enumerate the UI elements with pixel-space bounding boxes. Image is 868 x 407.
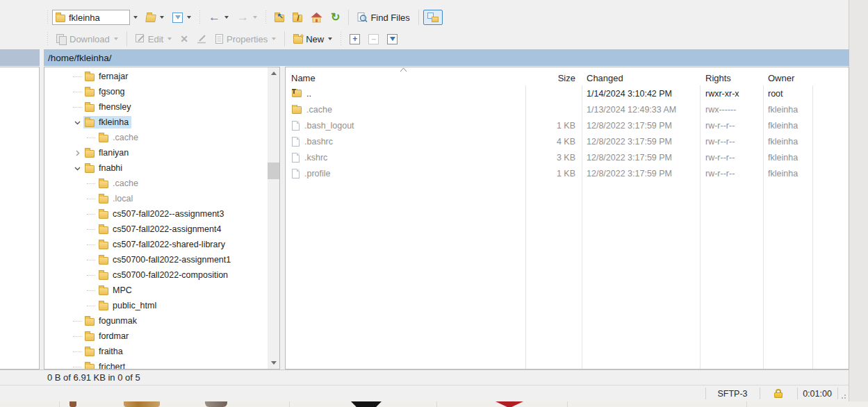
tree-scrollbar[interactable] <box>268 67 279 369</box>
tree-item[interactable]: fgsong <box>44 84 268 99</box>
session-duration: 0:01:00 <box>797 385 837 401</box>
tree-expander-icon[interactable] <box>71 150 83 156</box>
file-size-cell: 1 KB <box>525 169 582 178</box>
new-label: New <box>306 34 324 44</box>
background-photo-fragment <box>124 401 160 407</box>
background-divider <box>746 401 747 407</box>
toolbar-row-commands: Download Edit ✕ <box>43 29 402 49</box>
file-icon <box>292 121 300 131</box>
protocol-badge[interactable]: SFTP-3 <box>705 385 760 401</box>
tree-item[interactable]: frichert <box>44 359 268 369</box>
directory-combo-caret[interactable] <box>133 16 138 19</box>
tree-connector <box>71 367 83 367</box>
panel-toggle-button[interactable] <box>423 10 443 25</box>
file-owner-cell: fkleinha <box>763 105 812 115</box>
remove-button[interactable]: – <box>364 31 383 47</box>
back-button[interactable]: ← <box>204 9 233 26</box>
background-divider <box>59 401 60 407</box>
file-row[interactable]: .kshrc3 KB12/8/2022 3:17:59 PMrw-r--r--f… <box>286 149 849 165</box>
tree-item-label: MPC <box>113 285 132 295</box>
tree-expander-icon[interactable] <box>71 165 83 172</box>
filter-button[interactable] <box>168 10 195 26</box>
forward-caret <box>253 16 257 19</box>
toolbar-grip[interactable] <box>198 10 202 24</box>
delete-button[interactable]: ✕ <box>176 31 193 47</box>
file-changed-cell: 12/8/2022 3:17:59 PM <box>582 137 700 147</box>
resize-grip[interactable] <box>840 392 846 399</box>
tree-rows: fernajarfgsongfhensleyfkleinha.cacheflan… <box>44 69 268 369</box>
encryption-status[interactable] <box>760 385 797 401</box>
toolbar-grip[interactable] <box>46 32 49 46</box>
scrollbar-up-arrow[interactable] <box>268 67 279 79</box>
file-row[interactable]: ..1/14/2024 3:10:42 PMrwxr-xr-xroot <box>286 85 849 101</box>
toolbar-grip[interactable] <box>264 10 268 24</box>
tree-item[interactable]: cs50700-fall2022-assignment1 <box>44 252 268 267</box>
home-directory-button[interactable] <box>306 10 327 26</box>
address-row: /home/fkleinha/ <box>0 49 849 66</box>
tree-item-label: flaniyan <box>99 148 129 158</box>
tree-item-label: fraitha <box>99 347 123 356</box>
tree-item-label: cs50700-fall2022-assignment1 <box>113 255 231 265</box>
forward-button[interactable]: → <box>233 9 261 26</box>
column-header-changed[interactable]: Changed <box>582 67 700 85</box>
tree-item[interactable]: fogunmak <box>44 313 268 329</box>
filter-list-button[interactable] <box>383 31 402 47</box>
parent-directory-button[interactable]: ↖ <box>270 10 288 25</box>
tree-item[interactable]: cs507-fall2022-shared-library <box>44 237 268 252</box>
folder-icon <box>85 318 95 326</box>
tree-expander-icon[interactable] <box>71 119 83 126</box>
tree-item-label: fnabhi <box>99 163 122 173</box>
properties-button[interactable]: Properties <box>211 31 280 47</box>
column-header-owner[interactable]: Owner <box>763 67 812 85</box>
minus-icon: – <box>368 34 379 44</box>
toolbar-grip[interactable] <box>46 10 49 24</box>
column-header-size[interactable]: Size <box>525 67 582 85</box>
tree-item[interactable]: MPC <box>44 283 268 298</box>
toolbar-separator <box>284 31 285 47</box>
tree-item-selection: .cache <box>97 177 141 190</box>
background-photo-fragment <box>69 401 76 407</box>
tree-item[interactable]: .cache <box>44 176 268 191</box>
column-header-rights[interactable]: Rights <box>700 67 763 85</box>
tree-item[interactable]: cs507-fall2022--assignment3 <box>44 206 268 222</box>
tree-item-label: .cache <box>113 133 138 142</box>
winscp-window: fkleinha ← → <box>0 0 849 401</box>
open-directory-button[interactable] <box>142 10 168 25</box>
remote-path-bar[interactable]: /home/fkleinha/ <box>44 49 849 66</box>
folder-icon <box>85 333 95 341</box>
file-row[interactable]: .cache1/13/2024 12:49:33 AMrwx------fkle… <box>286 101 849 117</box>
scrollbar-down-arrow[interactable] <box>268 357 279 369</box>
tree-item[interactable]: .cache <box>44 130 268 145</box>
rename-button[interactable] <box>193 32 211 47</box>
directory-tree-panel: fernajarfgsongfhensleyfkleinha.cacheflan… <box>44 67 280 369</box>
lock-icon <box>774 389 783 398</box>
edit-button[interactable]: Edit <box>131 31 176 47</box>
tree-item[interactable]: fernajar <box>44 69 268 84</box>
tree-item[interactable]: cs50700-fall2022-composition <box>44 267 268 283</box>
tree-item[interactable]: fraitha <box>44 344 268 359</box>
find-files-button[interactable]: Find Files <box>353 10 413 26</box>
tree-item[interactable]: cs507-fall2022-assignment4 <box>44 222 268 237</box>
tree-item-selection: fraitha <box>83 345 126 358</box>
file-row[interactable]: .bash_logout1 KB12/8/2022 3:17:59 PMrw-r… <box>286 117 849 133</box>
toolbar-separator <box>418 10 419 25</box>
toolbar-grip[interactable] <box>339 32 343 46</box>
refresh-button[interactable]: ↻ <box>327 9 344 26</box>
tree-item[interactable]: fnabhi <box>44 160 268 176</box>
tree-item[interactable]: flaniyan <box>44 145 268 160</box>
add-button[interactable]: + <box>345 31 364 47</box>
tree-item[interactable]: fhensley <box>44 99 268 115</box>
tree-item[interactable]: public_html <box>44 298 268 313</box>
root-directory-button[interactable]: / <box>288 10 306 25</box>
tree-item[interactable]: fkleinha <box>44 115 268 130</box>
folder-icon <box>85 104 95 112</box>
file-row[interactable]: .profile1 KB12/8/2022 3:17:59 PMrw-r--r-… <box>286 165 849 181</box>
new-button[interactable]: ✦ New <box>289 31 336 47</box>
file-icon <box>292 137 300 147</box>
download-button[interactable]: Download <box>52 31 122 47</box>
file-row[interactable]: .bashrc4 KB12/8/2022 3:17:59 PMrw-r--r--… <box>286 133 849 149</box>
scrollbar-thumb[interactable] <box>268 163 279 179</box>
directory-combo[interactable]: fkleinha <box>52 10 130 25</box>
tree-item[interactable]: fordmar <box>44 329 268 344</box>
tree-item[interactable]: .local <box>44 191 268 206</box>
